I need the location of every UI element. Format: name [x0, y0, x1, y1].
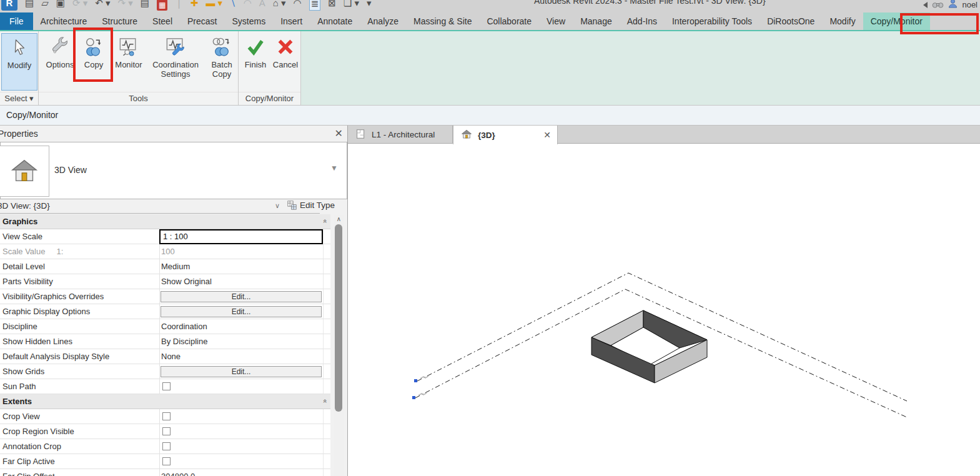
- property-label: Annotation Crop: [2, 442, 61, 451]
- batch-copy-button[interactable]: Batch Copy: [206, 33, 237, 91]
- finish-check-icon: [245, 35, 265, 59]
- ribbon-tab-massing-site[interactable]: Massing & Site: [406, 12, 479, 30]
- aligned-dimension-icon[interactable]: ∖: [230, 0, 236, 12]
- edit-button[interactable]: Edit...: [161, 306, 322, 317]
- edit-button[interactable]: Edit...: [161, 291, 322, 302]
- divider: [159, 349, 160, 364]
- edit-button[interactable]: Edit...: [161, 366, 322, 377]
- type-thumbnail[interactable]: [0, 146, 49, 197]
- open-icon[interactable]: ▱: [41, 0, 49, 12]
- property-value[interactable]: 100: [161, 247, 175, 256]
- active-tool-mode-bar: Copy/Monitor: [0, 105, 980, 126]
- property-value[interactable]: Medium: [161, 262, 190, 271]
- measure-icon[interactable]: ▬ ▾: [205, 0, 222, 12]
- print-icon[interactable]: ▤: [141, 0, 149, 12]
- property-row: Graphic Display OptionsEdit...: [0, 304, 330, 319]
- close-doc-icon[interactable]: ▦: [157, 0, 167, 11]
- ribbon-tab-dirootsone[interactable]: DiRootsOne: [760, 12, 822, 30]
- chevron-down-icon[interactable]: ∨: [275, 202, 280, 210]
- ribbon-tab-modify[interactable]: Modify: [822, 12, 863, 30]
- ribbon-tab-interoperability-tools[interactable]: Interoperability Tools: [665, 12, 760, 30]
- ribbon-tab-systems[interactable]: Systems: [224, 12, 273, 30]
- collapse-arrow-icon[interactable]: [923, 2, 928, 8]
- tile-views-icon[interactable]: ❏ ▾: [344, 0, 359, 12]
- section-icon[interactable]: ◠: [294, 0, 302, 12]
- user-account-icon[interactable]: [948, 0, 958, 11]
- undo-icon[interactable]: ↶ ▾: [95, 0, 110, 12]
- property-label: Sun Path: [2, 382, 36, 391]
- ribbon-tab-add-ins[interactable]: Add-Ins: [620, 12, 665, 30]
- customize-qat-icon[interactable]: ▾: [367, 0, 372, 12]
- search-binoculars-icon[interactable]: [932, 0, 944, 11]
- sync-icon[interactable]: ⟳ ▾: [72, 0, 87, 12]
- ribbon-tab-insert[interactable]: Insert: [273, 12, 310, 30]
- collapse-section-icon[interactable]: «: [322, 399, 329, 402]
- ribbon-tab-manage[interactable]: Manage: [573, 12, 620, 30]
- property-label: View Scale: [2, 232, 42, 241]
- modify-cursor-icon: [10, 36, 29, 59]
- collapse-section-icon[interactable]: «: [322, 219, 329, 222]
- modify-button[interactable]: Modify: [1, 33, 37, 91]
- close-icon[interactable]: ✕: [335, 127, 343, 139]
- ribbon-tab-annotate[interactable]: Annotate: [310, 12, 360, 30]
- checkbox[interactable]: [162, 412, 171, 420]
- property-value-input[interactable]: 1 : 100: [159, 229, 323, 244]
- options-button[interactable]: Options: [42, 33, 77, 91]
- coordination-settings-button[interactable]: Coordination Settings: [146, 33, 205, 91]
- cancel-x-icon: [275, 35, 295, 59]
- instance-selector-value[interactable]: 3D View: {3D}: [0, 201, 50, 211]
- thin-lines-icon[interactable]: ≣: [309, 0, 321, 11]
- redo-icon[interactable]: ↷ ▾: [117, 0, 132, 12]
- divider: [323, 424, 324, 439]
- pin-icon[interactable]: ✚: [191, 0, 199, 12]
- level-endpoint-handle[interactable]: [414, 379, 417, 382]
- properties-scrollbar[interactable]: ∧: [334, 215, 344, 476]
- property-value[interactable]: Show Original: [161, 277, 212, 286]
- close-hidden-windows-icon[interactable]: ⊠: [328, 0, 336, 12]
- title-bar: R▤▱▣⟳ ▾↶ ▾↷ ▾▤▦❘✚▬ ▾∖◠A⌂ ▾◠≣⊠❏ ▾▾ Autode…: [0, 0, 980, 12]
- property-value[interactable]: Coordination: [161, 322, 207, 331]
- 3d-viewport[interactable]: [348, 144, 980, 476]
- finish-button[interactable]: Finish: [241, 33, 270, 91]
- property-label: Graphics: [2, 217, 37, 226]
- edit-type-button[interactable]: Edit Type: [287, 201, 335, 210]
- divider: [323, 439, 324, 454]
- tag-icon[interactable]: ◠: [244, 0, 252, 12]
- ribbon-tab-precast[interactable]: Precast: [180, 12, 224, 30]
- ribbon-tab-steel[interactable]: Steel: [145, 12, 180, 30]
- ribbon-tab-analyze[interactable]: Analyze: [360, 12, 406, 30]
- checkbox[interactable]: [162, 442, 171, 450]
- property-value[interactable]: 304800.0: [161, 472, 195, 476]
- level-endpoint-handle[interactable]: [412, 396, 415, 399]
- ribbon-tab-collaborate[interactable]: Collaborate: [479, 12, 539, 30]
- view-tab--3d-[interactable]: {3D}✕: [453, 126, 558, 144]
- scrollbar-thumb[interactable]: [335, 224, 342, 412]
- close-view-icon[interactable]: ✕: [543, 130, 551, 140]
- save-icon[interactable]: ▣: [56, 0, 65, 12]
- cancel-button[interactable]: Cancel: [271, 33, 300, 91]
- chevron-down-icon[interactable]: ▼: [330, 164, 338, 172]
- type-selector[interactable]: 3D View ▼: [0, 142, 347, 199]
- divider: [323, 454, 324, 469]
- divider: [323, 274, 324, 289]
- monitor-button[interactable]: Monitor: [111, 33, 146, 91]
- floor-plan-icon: [355, 129, 366, 141]
- batch-copy-icon: [212, 35, 232, 59]
- property-row: View Scale1 : 100: [0, 229, 330, 244]
- text-icon[interactable]: A: [259, 0, 265, 12]
- property-value[interactable]: By Discipline: [161, 337, 207, 346]
- scroll-up-icon[interactable]: ∧: [334, 215, 344, 224]
- property-value[interactable]: None: [161, 352, 181, 361]
- project-icon[interactable]: ▤: [25, 0, 34, 12]
- property-row: Sun Path: [0, 379, 330, 394]
- ribbon-tab-file[interactable]: File: [0, 12, 33, 30]
- revit-logo[interactable]: R: [1, 0, 17, 11]
- default-3d-view-icon[interactable]: ⌂ ▾: [273, 0, 286, 12]
- checkbox[interactable]: [162, 427, 171, 435]
- ribbon-tab-view[interactable]: View: [539, 12, 573, 30]
- view-tab-l1-architectural[interactable]: L1 - Architectural: [348, 126, 453, 144]
- property-label: Far Clip Active: [2, 457, 55, 466]
- checkbox[interactable]: [162, 382, 171, 390]
- signed-in-user[interactable]: noel: [962, 0, 978, 9]
- checkbox[interactable]: [162, 457, 171, 465]
